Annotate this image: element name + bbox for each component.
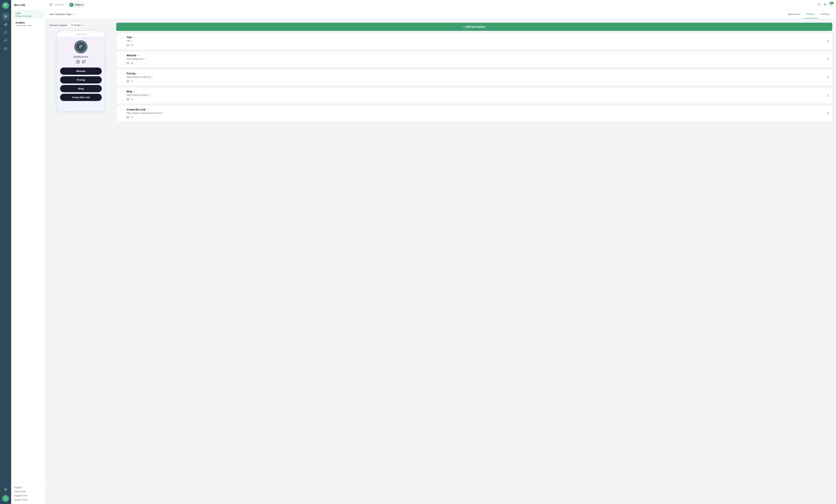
svg-point-5: [5, 489, 6, 490]
title-video-icon[interactable]: [131, 44, 133, 47]
blog-video-icon[interactable]: [131, 98, 133, 101]
nav-item-insights[interactable]: Insights Track clicks, views: [13, 19, 44, 28]
button-pricing-name: Pricing: [127, 72, 135, 75]
link-icon: [4, 39, 7, 43]
layout-dropdown[interactable]: ☰ Button ▾: [69, 23, 86, 28]
button-pricing-url: https://pallyy.com/pricing: [127, 76, 151, 78]
button-title-actions: 🖼: [127, 44, 829, 47]
button-card-pricing: ⋮⋮ Pricing ✏ https://pallyy.com/pricing …: [116, 69, 832, 86]
blog-image-icon[interactable]: 🖼: [127, 98, 129, 101]
refresh-icon[interactable]: [817, 3, 820, 7]
phone-btn-create-bio-link[interactable]: Create Bio Link: [60, 94, 102, 101]
footer-support[interactable]: Support: [14, 485, 42, 489]
sidebar-item-chat[interactable]: [2, 29, 9, 36]
sidebar-item-grid[interactable]: ⊞: [2, 13, 9, 20]
create-bio-link-image-icon[interactable]: 🖼: [127, 116, 129, 119]
phone-notch: [57, 34, 105, 35]
drag-handle-title[interactable]: ⋮⋮: [119, 36, 125, 39]
blog-url-edit-icon[interactable]: ✏: [149, 94, 151, 96]
button-title-row: Title ✏: [127, 36, 829, 39]
create-bio-link-video-icon[interactable]: [131, 116, 133, 119]
pricing-video-icon[interactable]: [131, 80, 133, 83]
pricing-delete-icon[interactable]: [827, 76, 830, 79]
footer-report-bug[interactable]: Report a Bug: [14, 498, 42, 502]
nav-link-sub: Design your page: [16, 15, 41, 17]
profile-dropdown[interactable]: P Pallyy ▾: [68, 2, 86, 7]
tab-appearance[interactable]: Appearance: [784, 10, 803, 18]
title-image-icon[interactable]: 🖼: [127, 44, 129, 47]
bolt-icon[interactable]: [823, 3, 826, 7]
footer-help-center[interactable]: Help Center: [14, 489, 42, 493]
button-website-name: Website: [127, 54, 136, 57]
website-edit-icon[interactable]: ✏: [137, 54, 139, 57]
tab-buttons[interactable]: Buttons: [803, 10, 818, 18]
avatar-icon: U: [5, 497, 6, 500]
website-url-edit-icon[interactable]: ✏: [144, 58, 146, 60]
button-title-url: URL: [127, 40, 131, 42]
view-bio-page-link[interactable]: View Smily.Bio Page ↗: [49, 13, 74, 16]
svg-marker-6: [824, 3, 826, 5]
sidebar-logo[interactable]: P: [2, 2, 9, 9]
tab-settings[interactable]: Settings: [818, 10, 832, 18]
title-delete-icon[interactable]: [827, 40, 830, 43]
sidebar-item-compass[interactable]: [2, 45, 9, 53]
blog-delete-icon[interactable]: [827, 94, 830, 97]
layout-chevron-icon: ▾: [82, 24, 84, 26]
instagram-icon[interactable]: [76, 60, 80, 64]
website-image-icon[interactable]: 🖼: [127, 62, 129, 65]
svg-rect-2: [6, 23, 7, 25]
button-blog-url-row: https://pallyy.com/blog ✏: [127, 94, 829, 96]
button-blog-url: https://pallyy.com/blog: [127, 94, 148, 96]
sub-topbar: View Smily.Bio Page ↗ Appearance Buttons…: [45, 10, 836, 19]
button-pricing-url-row: https://pallyy.com/pricing ✏: [127, 76, 829, 78]
left-nav: Link Design your page Insights Track cli…: [11, 7, 45, 483]
layout-chooser: Choose a layout: ☰ Button ▾: [49, 23, 86, 28]
phone-btn-blog[interactable]: Blog: [60, 85, 102, 92]
title-edit-icon[interactable]: ✏: [133, 36, 135, 39]
title-url-edit-icon[interactable]: ✏: [132, 40, 134, 42]
sidebar-settings[interactable]: [2, 486, 9, 493]
twitter-icon[interactable]: [82, 60, 86, 64]
add-new-button[interactable]: + Add New Button: [116, 23, 832, 31]
button-title-url-row: URL ✏: [127, 40, 829, 42]
button-create-bio-link-row: Create Bio Link ✏: [127, 108, 829, 111]
drag-handle-blog[interactable]: ⋮⋮: [119, 90, 125, 93]
profile-chevron-icon: ▾: [82, 3, 83, 6]
topbar: ☰ VIEWING › P Pallyy ▾ 50+: [45, 0, 836, 10]
website-video-icon[interactable]: [131, 62, 133, 65]
layout-dropdown-label: Button: [74, 24, 81, 26]
nav-item-link[interactable]: Link Design your page: [13, 10, 44, 19]
chat-icon: [4, 31, 7, 35]
drag-handle-create-bio-link[interactable]: ⋮⋮: [119, 108, 125, 111]
phone-mockup: P @pallyysocial Website Pricing Blog: [57, 31, 105, 111]
layout-label: Choose a layout:: [49, 24, 68, 26]
phone-btn-website[interactable]: Website: [60, 67, 102, 75]
pricing-url-edit-icon[interactable]: ✏: [152, 76, 153, 78]
content-area: Choose a layout: ☰ Button ▾ P @pallyysoc…: [45, 19, 836, 504]
bell-icon[interactable]: 50+: [829, 3, 832, 7]
nav-link-title: Link: [16, 12, 41, 15]
create-bio-link-edit-icon[interactable]: ✏: [147, 108, 149, 111]
drag-handle-pricing[interactable]: ⋮⋮: [119, 72, 125, 75]
phone-btn-pricing[interactable]: Pricing: [60, 76, 102, 83]
website-delete-icon[interactable]: [827, 58, 830, 61]
sidebar-item-chart[interactable]: [2, 21, 9, 28]
hamburger-icon[interactable]: ☰: [49, 3, 52, 7]
footer-suggest-idea[interactable]: Suggest Idea: [14, 493, 42, 498]
svg-rect-13: [131, 80, 132, 82]
create-bio-link-url-edit-icon[interactable]: ✏: [163, 112, 165, 114]
phone-notch-bar: [75, 34, 87, 35]
create-bio-link-delete-icon[interactable]: [827, 112, 830, 115]
drag-handle-website[interactable]: ⋮⋮: [119, 54, 125, 57]
svg-marker-16: [132, 98, 133, 100]
button-card-website-body: Website ✏ https://pallyy.com ✏ 🖼: [127, 54, 829, 65]
settings-icon: [4, 488, 7, 492]
pricing-edit-icon[interactable]: ✏: [136, 72, 138, 75]
sidebar-user-avatar[interactable]: U: [2, 495, 9, 502]
blog-edit-icon[interactable]: ✏: [133, 90, 135, 93]
sidebar-item-link[interactable]: [2, 37, 9, 45]
pricing-image-icon[interactable]: 🖼: [127, 80, 129, 83]
button-blog-actions: 🖼: [127, 98, 829, 101]
svg-marker-10: [132, 44, 133, 46]
phone-avatar: P: [74, 40, 88, 53]
